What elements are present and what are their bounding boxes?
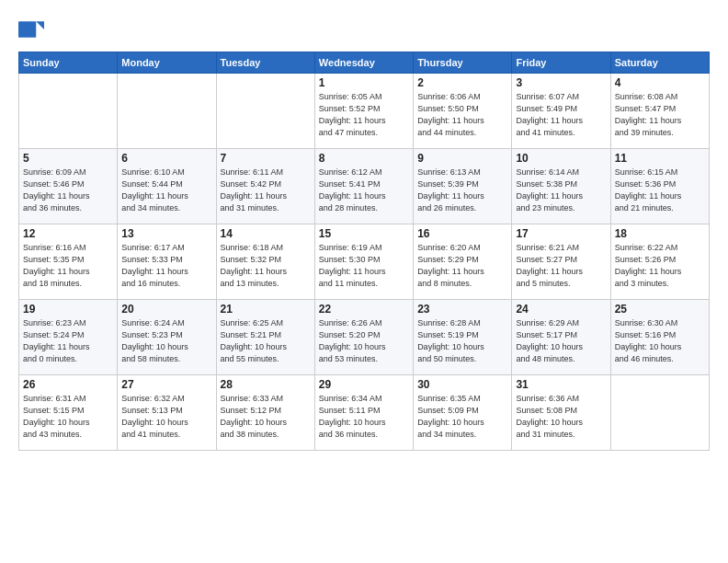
day-info: Sunrise: 6:19 AM Sunset: 5:30 PM Dayligh… <box>319 242 409 290</box>
day-number: 6 <box>121 152 211 165</box>
day-number: 5 <box>23 152 113 165</box>
day-number: 28 <box>221 378 311 391</box>
day-info: Sunrise: 6:23 AM Sunset: 5:24 PM Dayligh… <box>23 317 113 365</box>
calendar-cell: 1Sunrise: 6:05 AM Sunset: 5:52 PM Daylig… <box>314 74 413 149</box>
day-info: Sunrise: 6:21 AM Sunset: 5:27 PM Dayligh… <box>516 242 606 290</box>
day-info: Sunrise: 6:12 AM Sunset: 5:41 PM Dayligh… <box>319 167 409 214</box>
col-header-tuesday: Tuesday <box>216 52 314 74</box>
calendar-cell: 8Sunrise: 6:12 AM Sunset: 5:41 PM Daylig… <box>314 149 413 224</box>
calendar-cell: 10Sunrise: 6:14 AM Sunset: 5:38 PM Dayli… <box>512 149 610 224</box>
calendar-cell: 14Sunrise: 6:18 AM Sunset: 5:32 PM Dayli… <box>216 224 314 300</box>
day-info: Sunrise: 6:18 AM Sunset: 5:32 PM Dayligh… <box>221 242 311 290</box>
day-number: 11 <box>615 152 705 165</box>
day-info: Sunrise: 6:22 AM Sunset: 5:26 PM Dayligh… <box>615 242 705 290</box>
calendar-cell <box>610 375 709 451</box>
day-info: Sunrise: 6:08 AM Sunset: 5:47 PM Dayligh… <box>615 91 705 139</box>
page: SundayMondayTuesdayWednesdayThursdayFrid… <box>0 0 728 563</box>
calendar-header-row: SundayMondayTuesdayWednesdayThursdayFrid… <box>19 52 710 74</box>
day-number: 14 <box>221 227 311 240</box>
calendar-cell: 3Sunrise: 6:07 AM Sunset: 5:49 PM Daylig… <box>512 74 610 149</box>
day-info: Sunrise: 6:17 AM Sunset: 5:33 PM Dayligh… <box>121 242 211 290</box>
day-info: Sunrise: 6:25 AM Sunset: 5:21 PM Dayligh… <box>221 317 311 365</box>
calendar-cell: 7Sunrise: 6:11 AM Sunset: 5:42 PM Daylig… <box>216 149 314 224</box>
day-number: 18 <box>615 227 705 240</box>
calendar-week-4: 19Sunrise: 6:23 AM Sunset: 5:24 PM Dayli… <box>19 300 710 375</box>
calendar-cell: 26Sunrise: 6:31 AM Sunset: 5:15 PM Dayli… <box>19 375 118 451</box>
col-header-saturday: Saturday <box>610 52 709 74</box>
day-number: 4 <box>615 76 705 89</box>
calendar-cell: 21Sunrise: 6:25 AM Sunset: 5:21 PM Dayli… <box>216 300 314 375</box>
day-info: Sunrise: 6:33 AM Sunset: 5:12 PM Dayligh… <box>221 393 311 441</box>
logo <box>18 17 48 42</box>
day-info: Sunrise: 6:09 AM Sunset: 5:46 PM Dayligh… <box>23 167 113 214</box>
day-number: 24 <box>516 303 606 316</box>
day-info: Sunrise: 6:28 AM Sunset: 5:19 PM Dayligh… <box>417 317 507 365</box>
day-number: 25 <box>615 303 705 316</box>
calendar-cell: 12Sunrise: 6:16 AM Sunset: 5:35 PM Dayli… <box>19 224 118 300</box>
calendar-cell: 29Sunrise: 6:34 AM Sunset: 5:11 PM Dayli… <box>314 375 413 451</box>
day-info: Sunrise: 6:14 AM Sunset: 5:38 PM Dayligh… <box>516 167 606 214</box>
col-header-friday: Friday <box>512 52 610 74</box>
day-info: Sunrise: 6:16 AM Sunset: 5:35 PM Dayligh… <box>23 242 113 290</box>
day-info: Sunrise: 6:13 AM Sunset: 5:39 PM Dayligh… <box>417 167 507 214</box>
day-info: Sunrise: 6:07 AM Sunset: 5:49 PM Dayligh… <box>516 91 606 139</box>
calendar-cell <box>118 74 216 149</box>
day-info: Sunrise: 6:29 AM Sunset: 5:17 PM Dayligh… <box>516 317 606 365</box>
day-number: 15 <box>319 227 409 240</box>
day-number: 7 <box>221 152 311 165</box>
calendar-cell: 19Sunrise: 6:23 AM Sunset: 5:24 PM Dayli… <box>19 300 118 375</box>
calendar-cell: 9Sunrise: 6:13 AM Sunset: 5:39 PM Daylig… <box>414 149 512 224</box>
day-number: 2 <box>417 76 507 89</box>
day-number: 20 <box>121 303 211 316</box>
day-number: 19 <box>23 303 113 316</box>
day-info: Sunrise: 6:34 AM Sunset: 5:11 PM Dayligh… <box>319 393 409 441</box>
calendar-cell: 15Sunrise: 6:19 AM Sunset: 5:30 PM Dayli… <box>314 224 413 300</box>
calendar-cell: 27Sunrise: 6:32 AM Sunset: 5:13 PM Dayli… <box>118 375 216 451</box>
calendar-week-3: 12Sunrise: 6:16 AM Sunset: 5:35 PM Dayli… <box>19 224 710 300</box>
day-info: Sunrise: 6:24 AM Sunset: 5:23 PM Dayligh… <box>121 317 211 365</box>
day-number: 17 <box>516 227 606 240</box>
svg-marker-0 <box>36 21 44 29</box>
day-info: Sunrise: 6:05 AM Sunset: 5:52 PM Dayligh… <box>319 91 409 139</box>
col-header-thursday: Thursday <box>414 52 512 74</box>
calendar-cell: 30Sunrise: 6:35 AM Sunset: 5:09 PM Dayli… <box>414 375 512 451</box>
day-info: Sunrise: 6:11 AM Sunset: 5:42 PM Dayligh… <box>221 167 311 214</box>
calendar-cell: 22Sunrise: 6:26 AM Sunset: 5:20 PM Dayli… <box>314 300 413 375</box>
day-info: Sunrise: 6:20 AM Sunset: 5:29 PM Dayligh… <box>417 242 507 290</box>
calendar-cell: 23Sunrise: 6:28 AM Sunset: 5:19 PM Dayli… <box>414 300 512 375</box>
header <box>18 17 710 42</box>
calendar-week-2: 5Sunrise: 6:09 AM Sunset: 5:46 PM Daylig… <box>19 149 710 224</box>
day-info: Sunrise: 6:26 AM Sunset: 5:20 PM Dayligh… <box>319 317 409 365</box>
calendar-cell <box>216 74 314 149</box>
day-number: 26 <box>23 378 113 391</box>
calendar: SundayMondayTuesdayWednesdayThursdayFrid… <box>18 52 710 451</box>
day-number: 13 <box>121 227 211 240</box>
day-number: 12 <box>23 227 113 240</box>
calendar-cell: 13Sunrise: 6:17 AM Sunset: 5:33 PM Dayli… <box>118 224 216 300</box>
calendar-cell <box>19 74 118 149</box>
calendar-cell: 18Sunrise: 6:22 AM Sunset: 5:26 PM Dayli… <box>610 224 709 300</box>
day-number: 22 <box>319 303 409 316</box>
day-number: 27 <box>121 378 211 391</box>
calendar-week-5: 26Sunrise: 6:31 AM Sunset: 5:15 PM Dayli… <box>19 375 710 451</box>
calendar-cell: 16Sunrise: 6:20 AM Sunset: 5:29 PM Dayli… <box>414 224 512 300</box>
calendar-cell: 17Sunrise: 6:21 AM Sunset: 5:27 PM Dayli… <box>512 224 610 300</box>
day-info: Sunrise: 6:06 AM Sunset: 5:50 PM Dayligh… <box>417 91 507 139</box>
day-number: 8 <box>319 152 409 165</box>
day-info: Sunrise: 6:15 AM Sunset: 5:36 PM Dayligh… <box>615 167 705 214</box>
col-header-monday: Monday <box>118 52 216 74</box>
logo-icon <box>18 17 44 42</box>
day-number: 30 <box>417 378 507 391</box>
calendar-cell: 20Sunrise: 6:24 AM Sunset: 5:23 PM Dayli… <box>118 300 216 375</box>
day-number: 1 <box>319 76 409 89</box>
calendar-cell: 5Sunrise: 6:09 AM Sunset: 5:46 PM Daylig… <box>19 149 118 224</box>
calendar-cell: 31Sunrise: 6:36 AM Sunset: 5:08 PM Dayli… <box>512 375 610 451</box>
day-number: 23 <box>417 303 507 316</box>
col-header-sunday: Sunday <box>19 52 118 74</box>
day-info: Sunrise: 6:36 AM Sunset: 5:08 PM Dayligh… <box>516 393 606 441</box>
day-number: 31 <box>516 378 606 391</box>
svg-rect-1 <box>18 21 36 38</box>
calendar-week-1: 1Sunrise: 6:05 AM Sunset: 5:52 PM Daylig… <box>19 74 710 149</box>
calendar-cell: 4Sunrise: 6:08 AM Sunset: 5:47 PM Daylig… <box>610 74 709 149</box>
col-header-wednesday: Wednesday <box>314 52 413 74</box>
